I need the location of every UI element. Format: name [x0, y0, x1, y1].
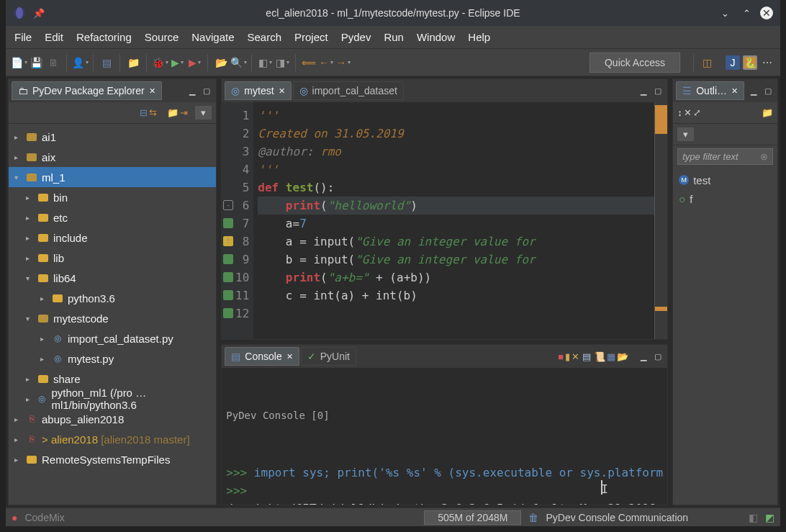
terminate-button[interactable]: ■ — [558, 351, 564, 362]
coverage-button[interactable]: ▶ — [187, 55, 202, 70]
wizard2-button[interactable]: ◨ — [275, 55, 289, 70]
outline-tab[interactable]: ☰ Outli… ✕ — [676, 81, 744, 100]
sort-icon[interactable]: ↕ — [677, 107, 682, 118]
maximize-view-icon[interactable]: ▢ — [651, 84, 664, 97]
perspective-pydev[interactable]: 🐍 — [743, 55, 757, 70]
outline-item[interactable]: Mtest — [679, 171, 772, 189]
minimize-view-icon[interactable]: ▁ — [637, 84, 650, 97]
maximize-view-icon[interactable]: ▢ — [200, 84, 213, 97]
menu-window[interactable]: Window — [417, 31, 455, 43]
maximize-view-icon[interactable]: ▢ — [651, 350, 664, 363]
tree-item[interactable]: ▸share — [9, 369, 216, 389]
folder-button[interactable]: 📁 — [126, 55, 140, 70]
clear-console-button[interactable]: ▤ — [582, 351, 591, 362]
tree-item[interactable]: ▸◎import_cal_dataset.py — [9, 328, 216, 348]
menu-search[interactable]: Search — [247, 31, 281, 43]
tree-item[interactable]: ▾mytestcode — [9, 308, 216, 328]
close-button[interactable]: ✕ — [760, 6, 773, 19]
menu-refactoring[interactable]: Refactoring — [76, 31, 132, 43]
save-all-button[interactable]: 🗎 — [46, 55, 60, 70]
menu-source[interactable]: Source — [145, 31, 179, 43]
minimize-view-icon[interactable]: ▁ — [747, 84, 760, 97]
tree-item[interactable]: ▾lib64 — [9, 268, 216, 288]
pyunit-tab[interactable]: ✓ PyUnit — [301, 347, 356, 366]
codemix-label[interactable]: CodeMix — [24, 512, 64, 523]
status-icon-2[interactable]: ◩ — [765, 512, 774, 523]
menu-navigate[interactable]: Navigate — [191, 31, 234, 43]
close-icon[interactable]: ✕ — [286, 352, 293, 361]
tree-item[interactable]: ▸ai1 — [9, 127, 216, 147]
collapse-all-icon[interactable]: ⊟ — [140, 107, 148, 118]
maximize-view-icon[interactable]: ▢ — [762, 84, 774, 97]
user-button[interactable]: 👤 — [73, 55, 87, 70]
scroll-lock-button[interactable]: 📜 — [594, 351, 605, 362]
remove-launch-button[interactable]: ▮ — [565, 351, 570, 362]
menu-help[interactable]: Help — [468, 31, 490, 43]
minimize-button[interactable]: ⌄ — [717, 5, 733, 21]
pin-icon[interactable]: 📌 — [33, 8, 45, 19]
outline-filter[interactable]: type filter text ⊗ — [677, 148, 773, 165]
menu-project[interactable]: Project — [294, 31, 328, 43]
editor-tab-import[interactable]: ◎ import_cal_dataset — [293, 81, 404, 100]
menu-run[interactable]: Run — [384, 31, 404, 43]
expand-icon[interactable]: ⤢ — [693, 107, 701, 118]
outline-item[interactable]: ○f — [679, 189, 772, 208]
tree-item[interactable]: ▾ml_1 — [9, 167, 216, 187]
code-editor[interactable]: 123456-78!9101112 '''Created on 31.05.20… — [222, 102, 667, 339]
tree-item[interactable]: ▸⎘> alien2018 [alien2018 master] — [9, 429, 216, 449]
quick-access[interactable]: Quick Access — [590, 53, 680, 73]
error-icon[interactable]: ● — [12, 512, 17, 523]
new-button[interactable]: 📄 — [12, 55, 26, 70]
open-folder-button[interactable]: 📂 — [214, 55, 228, 70]
close-icon[interactable]: ✕ — [149, 86, 155, 96]
nav-fwd[interactable]: → — [336, 55, 351, 70]
package-explorer-tab[interactable]: 🗀 PyDev Package Explorer ✕ — [12, 81, 162, 100]
menu-pydev[interactable]: Pydev — [341, 31, 371, 43]
editor-tab-mytest[interactable]: ◎ mytest ✕ — [225, 81, 291, 100]
tree-item[interactable]: ▸lib — [9, 248, 216, 268]
perspective-java[interactable]: J — [726, 55, 740, 70]
remove-all-button[interactable]: ✕ — [572, 351, 579, 362]
minimize-view-icon[interactable]: ▁ — [637, 350, 650, 363]
status-icon-1[interactable]: ◧ — [749, 512, 758, 523]
perspective-open[interactable]: ◫ — [700, 55, 714, 70]
tree-item[interactable]: ▸python3.6 — [9, 288, 216, 308]
import-icon[interactable]: ⇥ — [180, 107, 188, 118]
wizard-button[interactable]: ◧ — [258, 55, 272, 70]
perspective-more[interactable]: ⋯ — [760, 55, 774, 70]
tree-item[interactable]: ▸aix — [9, 147, 216, 167]
tree-item[interactable]: ▸etc — [9, 207, 216, 227]
console-output[interactable]: PyDev Console [0] >>> import sys; print(… — [222, 368, 667, 505]
save-button[interactable]: 💾 — [29, 55, 43, 70]
trash-icon[interactable]: 🗑 — [528, 512, 538, 523]
search-button[interactable]: 🔍 — [231, 55, 245, 70]
nav-back[interactable]: ← — [319, 55, 333, 70]
display-console-button[interactable]: 📂 — [617, 351, 628, 362]
close-icon[interactable]: ✕ — [731, 86, 738, 96]
pin-console-button[interactable]: ▦ — [607, 351, 615, 362]
tree-item[interactable]: ▸◎python_ml1 (/pro … ml1/bin/python3.6 — [9, 389, 216, 409]
editor-toggle[interactable]: ▤ — [99, 55, 114, 70]
heap-status[interactable]: 505M of 2048M — [424, 510, 521, 525]
view-menu-icon[interactable]: ▾ — [677, 127, 694, 141]
menu-edit[interactable]: Edit — [45, 31, 63, 43]
maximize-button[interactable]: ⌃ — [738, 5, 754, 21]
console-tab[interactable]: ▤ Console ✕ — [225, 347, 299, 366]
outline-tree[interactable]: Mtest○f — [673, 168, 777, 505]
view-menu-icon[interactable]: ▾ — [195, 106, 212, 120]
overview-ruler[interactable] — [654, 102, 667, 339]
clear-filter-icon[interactable]: ⊗ — [760, 151, 768, 162]
close-icon[interactable]: ✕ — [279, 86, 285, 96]
run-button[interactable]: ▶ — [170, 55, 184, 70]
debug-button[interactable]: 🐞 — [153, 55, 167, 70]
hide-fields-icon[interactable]: ✕ — [684, 107, 692, 118]
link-editor-icon[interactable]: ⇆ — [149, 107, 157, 118]
menu-file[interactable]: File — [14, 31, 32, 43]
tree-item[interactable]: ▸include — [9, 227, 216, 248]
tree-item[interactable]: ▸◎mytest.py — [9, 348, 216, 369]
folder-icon[interactable]: 📁 — [762, 107, 773, 118]
package-tree[interactable]: ▸ai1▸aix▾ml_1▸bin▸etc▸include▸lib▾lib64▸… — [9, 124, 216, 505]
minimize-view-icon[interactable]: ▁ — [186, 84, 199, 97]
tree-item[interactable]: ▸⎘abups_alien2018 — [9, 409, 216, 429]
folder-presentation-icon[interactable]: 📁 — [167, 107, 179, 118]
